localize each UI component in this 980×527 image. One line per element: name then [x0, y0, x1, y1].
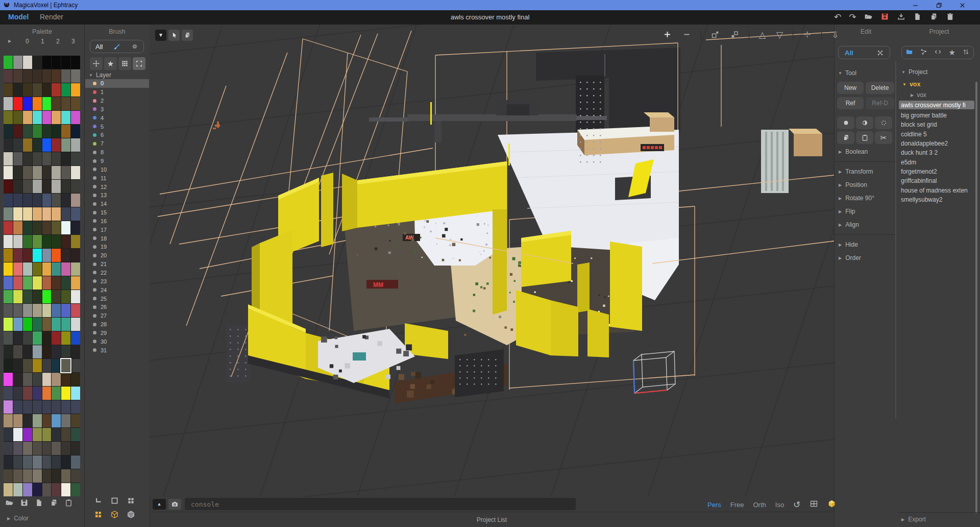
palette-swatch[interactable] — [71, 276, 80, 290]
project-file-item[interactable]: awls crossover mostly fi — [899, 101, 974, 109]
view-mode-iso[interactable]: Iso — [775, 501, 784, 509]
palette-swatch[interactable] — [23, 83, 32, 97]
palette-swatch[interactable] — [4, 125, 13, 138]
palette-swatch[interactable] — [33, 290, 42, 303]
palette-swatch[interactable] — [13, 180, 22, 193]
viewport-tri-up-button[interactable]: △ — [756, 31, 769, 40]
color-section-toggle[interactable]: ▶ Color — [7, 515, 29, 522]
viewport-center-button[interactable] — [800, 30, 815, 41]
palette-swatch[interactable] — [42, 414, 52, 427]
palette-swatch[interactable] — [42, 69, 52, 83]
palette-tab-3[interactable]: 3 — [71, 38, 75, 45]
edit-section-hide[interactable]: ▶Hide — [834, 238, 898, 251]
viewport-plus-button[interactable] — [660, 30, 675, 41]
palette-swatch[interactable] — [71, 290, 80, 303]
palette-swatch[interactable] — [71, 83, 80, 97]
palette-swatch[interactable] — [4, 304, 13, 317]
palette-swatch[interactable] — [13, 235, 22, 248]
palette-swatch[interactable] — [4, 318, 13, 331]
edit-section-align[interactable]: ▶Align — [834, 218, 898, 231]
palette-swatch[interactable] — [23, 276, 32, 290]
layer-row-21[interactable]: 21 — [85, 260, 149, 269]
palette-swatch[interactable] — [52, 249, 61, 262]
palette-swatch[interactable] — [61, 194, 70, 207]
palette-swatch[interactable] — [23, 290, 32, 303]
palette-swatch[interactable] — [52, 359, 61, 372]
save-button[interactable] — [880, 12, 889, 23]
view-mode-free[interactable]: Free — [730, 501, 744, 509]
palette-swatch[interactable] — [23, 414, 32, 427]
palette-swatch[interactable] — [4, 56, 13, 69]
palette-swatch[interactable] — [23, 69, 32, 83]
palette-swatch[interactable] — [4, 373, 13, 386]
palette-swatch[interactable] — [13, 469, 22, 483]
window-minimize-button[interactable] — [909, 0, 922, 10]
project-file-item[interactable]: big gromer battle — [899, 111, 974, 120]
edit-scrollbar[interactable] — [895, 61, 896, 419]
project-sort-button[interactable] — [962, 48, 970, 58]
palette-swatch[interactable] — [4, 207, 13, 221]
palette-swatch[interactable] — [71, 345, 80, 358]
palette-swatch[interactable] — [4, 83, 13, 97]
copy-button[interactable] — [929, 12, 938, 23]
edit-copy-button[interactable] — [837, 131, 854, 144]
layer-row-12[interactable]: 12 — [85, 182, 149, 191]
ref-d-button[interactable]: Ref-D — [866, 97, 894, 109]
console-expand-button[interactable]: ▲ — [153, 499, 166, 510]
palette-swatch[interactable] — [33, 207, 42, 221]
layer-row-4[interactable]: 4 — [85, 113, 149, 122]
ref-button[interactable]: Ref — [837, 97, 864, 109]
palette-swatch[interactable] — [42, 97, 52, 110]
palette-swatch[interactable] — [23, 442, 32, 455]
gear-icon[interactable] — [131, 43, 138, 50]
palette-swatch[interactable] — [52, 318, 61, 331]
palette-swatch[interactable] — [71, 400, 80, 414]
palette-swatch[interactable] — [52, 345, 61, 358]
palette-swatch[interactable] — [13, 221, 22, 234]
palette-swatch[interactable] — [61, 97, 70, 110]
palette-swatch[interactable] — [33, 83, 42, 97]
layer-row-20[interactable]: 20 — [85, 251, 149, 260]
palette-swatch[interactable] — [13, 414, 22, 427]
palette-swatch[interactable] — [42, 400, 52, 414]
palette-swatch[interactable] — [61, 166, 70, 179]
layer-row-25[interactable]: 25 — [85, 294, 149, 303]
palette-swatch[interactable] — [33, 442, 42, 455]
viewport-copy-button[interactable] — [182, 30, 193, 41]
palette-swatch[interactable] — [33, 166, 42, 179]
palette-swatch[interactable] — [71, 56, 80, 69]
palette-swatch[interactable] — [61, 221, 70, 234]
palette-folder-open-button[interactable] — [5, 498, 14, 509]
palette-swatch[interactable] — [33, 111, 42, 124]
palette-swatch[interactable] — [61, 125, 70, 138]
palette-swatch[interactable] — [61, 387, 70, 400]
palette-swatch[interactable] — [23, 138, 32, 152]
title-bar[interactable]: MagicaVoxel | Ephtracy — [0, 0, 980, 10]
layer-section-header[interactable]: ▼ Layer — [89, 71, 111, 79]
palette-swatch[interactable] — [4, 290, 13, 303]
palette-swatch[interactable] — [61, 400, 70, 414]
project-file-item[interactable]: block set grid — [899, 120, 974, 129]
palette-tab-0[interactable]: 0 — [26, 38, 29, 45]
project-section-header[interactable]: ▼ Project — [901, 68, 927, 76]
palette-clipboard-button[interactable] — [64, 498, 73, 509]
palette-swatch[interactable] — [4, 249, 13, 262]
palette-swatch[interactable] — [42, 331, 52, 345]
viewport-minus-button[interactable] — [679, 30, 694, 41]
palette-swatch[interactable] — [52, 111, 61, 124]
circle-half-button[interactable] — [856, 116, 873, 129]
palette-swatch[interactable] — [23, 180, 32, 193]
palette-swatch[interactable] — [23, 359, 32, 372]
project-file-item[interactable]: duck hunt 3 2 — [899, 148, 974, 157]
palette-swatch[interactable] — [42, 180, 52, 193]
palette-swatch[interactable] — [33, 262, 42, 276]
palette-swatch[interactable] — [71, 414, 80, 427]
palette-swatch[interactable] — [71, 125, 80, 138]
brush-all-button[interactable]: All — [90, 40, 144, 53]
layer-row-5[interactable]: 5 — [85, 122, 149, 131]
edit-section-position[interactable]: ▶Position — [834, 178, 898, 191]
palette-swatch[interactable] — [71, 152, 80, 165]
palette-swatch[interactable] — [23, 400, 32, 414]
viewport-scale-up-button[interactable] — [708, 30, 723, 41]
palette-swatch[interactable] — [42, 249, 52, 262]
